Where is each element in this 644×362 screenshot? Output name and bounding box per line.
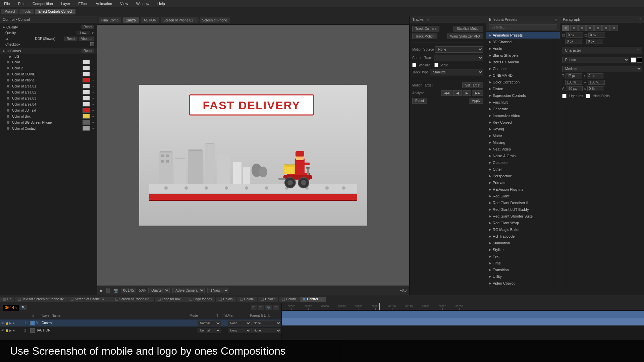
effect-cat-obsolete[interactable]: ▶Obsolete	[486, 159, 560, 166]
effect-cat-redgiant-warp[interactable]: ▶Red Giant Warp	[486, 220, 560, 226]
dof-about-button[interactable]: About...	[79, 37, 94, 41]
viewer-ctrl-icon-2[interactable]: ⬛	[106, 288, 111, 293]
menu-view[interactable]: View	[119, 1, 129, 6]
menu-edit[interactable]: Edit	[17, 1, 26, 6]
align-justify-center-button[interactable]: ≡	[594, 25, 602, 31]
vertical-scale-input[interactable]	[565, 80, 582, 85]
tracker-apply-button[interactable]: Apply	[469, 98, 483, 104]
color-2-row[interactable]: Color 2 →	[0, 65, 97, 71]
ligatures-checkbox[interactable]	[562, 94, 567, 98]
tab-tools[interactable]: Tools	[19, 9, 34, 14]
effect-cat-colorcorrection[interactable]: ▶Color Correction	[486, 79, 560, 85]
font-style-select[interactable]: Medium	[562, 66, 642, 72]
comp-tab-screenphone01[interactable]: Screen of Phone 01_	[161, 17, 198, 23]
effect-cat-redgiant-shooter[interactable]: ▶Red Giant Shooter Suite	[486, 213, 560, 220]
layer-1-fx[interactable]: fx	[36, 321, 40, 325]
baseline-shift-input[interactable]	[566, 86, 583, 91]
effect-cat-channel[interactable]: ▶Channel	[486, 65, 560, 72]
layer-1-star-icon[interactable]: ★	[12, 321, 15, 325]
effect-cat-neatvideo[interactable]: ▶Neat Video	[486, 146, 560, 153]
align-justify-right-button[interactable]: ≡	[602, 25, 610, 31]
timeline-layer-2[interactable]: 👁 🔒 ▶ ★ 2 [ACTION] Normal None	[0, 327, 281, 334]
tl-mode-button[interactable]: ⬚	[251, 305, 257, 310]
color-bgphone-swatch[interactable]	[83, 120, 90, 125]
effects-search-input[interactable]	[489, 24, 557, 30]
tl-tab-02[interactable]: 02	[0, 297, 15, 302]
effect-cat-audio[interactable]: ▶Audio	[486, 45, 560, 52]
align-center-button[interactable]: ≡	[570, 25, 578, 31]
comp-tab-control[interactable]: Control	[123, 17, 139, 23]
comp-tab-screenphone[interactable]: Screen of Phone	[200, 17, 230, 23]
effect-cat-redgiant-lut[interactable]: ▶Red Giant LUT Buddy	[486, 206, 560, 213]
color-bgphone-row[interactable]: Color of BG Screen Phone →	[0, 119, 97, 125]
menu-file[interactable]: File	[3, 1, 11, 6]
text-color-black[interactable]	[637, 57, 642, 63]
leading-input[interactable]	[587, 73, 603, 78]
margin-right-input[interactable]	[588, 33, 605, 38]
effect-cat-other[interactable]: ▶Other	[486, 166, 560, 173]
color-3dtext-swatch[interactable]	[83, 108, 90, 113]
tl-tab-color5[interactable]: Color5	[216, 297, 236, 302]
color-phone-row[interactable]: Color of Phone →	[0, 77, 97, 83]
layer-2-name[interactable]: [ACTION]	[36, 328, 198, 332]
analyze-forward-button[interactable]: ▶▶	[472, 90, 483, 96]
effect-cat-expression[interactable]: ▶Expression Controls	[486, 92, 560, 99]
menu-window[interactable]: Window	[135, 1, 151, 6]
layer-1-bar[interactable]	[282, 311, 644, 318]
color-box-row[interactable]: Color of Box →	[0, 113, 97, 119]
effect-cat-rg-magic[interactable]: ▶RG Magic Bullet	[486, 226, 560, 233]
layer-1-mode-select[interactable]: Normal	[198, 320, 221, 326]
color-2-swatch[interactable]	[83, 66, 90, 70]
color-3dtext-row[interactable]: Color of 3D Text →	[0, 107, 97, 113]
layer-1-collapse-icon[interactable]: ▶	[9, 321, 12, 325]
tl-more-button[interactable]: ⬚	[273, 305, 279, 310]
color-area04-swatch[interactable]	[83, 102, 90, 107]
viewer-view-select[interactable]: 1 View 2 Views	[207, 288, 229, 293]
effect-cat-time[interactable]: ▶Time	[486, 260, 560, 266]
effect-cat-missing[interactable]: ▶Missing	[486, 139, 560, 146]
effect-cat-boris[interactable]: ▶Boris FX Mocha	[486, 59, 560, 65]
font-size-input[interactable]	[566, 73, 582, 78]
tl-tab-logobox-a[interactable]: Logo for box_	[155, 297, 186, 302]
effect-cat-animation-presets[interactable]: ▶ Animation Presets	[486, 32, 560, 39]
effect-cat-rg-trapcode[interactable]: ▶RG Trapcode	[486, 233, 560, 240]
hindi-digits-checkbox[interactable]	[586, 94, 590, 98]
scale-checkbox[interactable]	[434, 63, 438, 67]
colors-section-header[interactable]: ▶ fx Colors Reset	[0, 48, 97, 54]
paragraph-menu-icon[interactable]: ≡	[639, 17, 641, 21]
tl-tab-control[interactable]: Control ×	[300, 297, 326, 302]
effect-cat-noise[interactable]: ▶Noise & Grain	[486, 153, 560, 159]
menu-help[interactable]: Help	[156, 1, 166, 6]
color-covid-row[interactable]: Color of COVID →	[0, 71, 97, 77]
font-family-select[interactable]: Roboto	[562, 57, 629, 63]
color-area01-row[interactable]: Color of area 01 →	[0, 83, 97, 89]
warp-stab-button[interactable]: Warp Stabilizer VFX	[447, 34, 483, 39]
effect-cat-text[interactable]: ▶Text	[486, 253, 560, 260]
effects-menu-icon[interactable]: ≡	[555, 18, 557, 21]
tl-tab-color7[interactable]: Color7	[258, 297, 278, 302]
playhead[interactable]	[379, 303, 380, 310]
color-area03-row[interactable]: Color of area 03 →	[0, 95, 97, 101]
align-justify-all-button[interactable]: ≡	[610, 25, 618, 31]
stabilize-motion-button[interactable]: Stabilize Motion	[453, 26, 483, 32]
text-color-white[interactable]	[631, 57, 636, 63]
tl-tab-logobox-b[interactable]: Logo for box	[186, 297, 216, 302]
margin-left-input[interactable]	[566, 33, 583, 38]
comp-tab-finalcomp[interactable]: Final Comp	[99, 17, 121, 23]
effect-cat-primatte[interactable]: ▶Primatte	[486, 179, 560, 186]
effect-cat-perspective[interactable]: ▶Perspective	[486, 173, 560, 179]
effect-cat-videocopilot[interactable]: ▶Video Copilot	[486, 280, 560, 287]
horizontal-scale-input[interactable]	[588, 80, 605, 85]
viewer-timecode[interactable]: 00145	[121, 288, 136, 293]
tl-camera-button[interactable]: 📷	[265, 305, 272, 310]
align-right-button[interactable]: ≡	[578, 25, 586, 31]
margin-bottom-input[interactable]	[586, 39, 603, 44]
layer-2-trkmat-select[interactable]: None	[228, 328, 251, 333]
menu-effect[interactable]: Effect	[77, 1, 89, 6]
quality-section-header[interactable]: ▶ Quality Reset	[0, 24, 97, 30]
stabilize-checkbox[interactable]	[412, 63, 416, 67]
tl-tab-color6[interactable]: Color6	[237, 297, 258, 302]
analyze-prev-button[interactable]: ◀	[453, 90, 462, 96]
tab-effect-controls[interactable]: Effect Controls Control	[35, 9, 75, 14]
timeline-timecode[interactable]: 00145	[3, 305, 19, 311]
